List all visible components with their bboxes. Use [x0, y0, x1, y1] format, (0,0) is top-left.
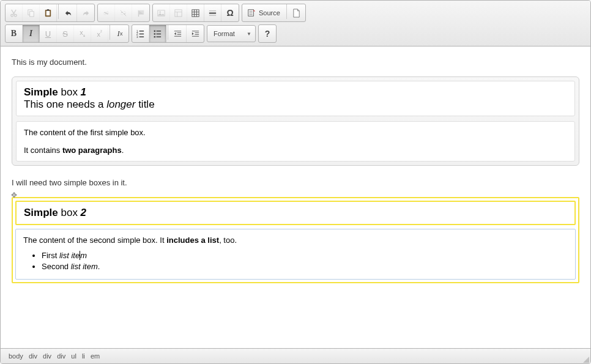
unlink-button[interactable] [115, 4, 132, 21]
paste-button[interactable] [40, 4, 57, 21]
indent-button[interactable] [187, 25, 204, 42]
resize-handle-icon[interactable] [583, 357, 589, 363]
source-label: Source [259, 9, 280, 17]
svg-point-1 [14, 14, 17, 17]
specialchar-button[interactable]: Ω [221, 4, 239, 21]
box2-p1: The content of the second simple box. It… [23, 236, 568, 245]
svg-rect-5 [46, 10, 50, 15]
svg-point-0 [11, 14, 13, 17]
svg-rect-6 [47, 9, 50, 10]
box1-p1: The content of the first simple box. [24, 128, 567, 137]
simple-box-1-body[interactable]: The content of the first simple box. It … [16, 121, 575, 162]
toolbar-row-1: Ω Source [5, 4, 586, 22]
numbered-list-button[interactable]: 123 [132, 25, 149, 42]
svg-rect-3 [30, 11, 34, 16]
list-item: Second list item. [42, 262, 568, 271]
svg-rect-14 [192, 9, 199, 16]
image-button[interactable] [153, 4, 170, 21]
cut-button[interactable] [6, 4, 23, 21]
intro-text-1[interactable]: This is my document. [12, 58, 579, 67]
anchor-button[interactable] [132, 4, 149, 21]
simple-box-2-body[interactable]: The content of the second simple box. It… [15, 229, 576, 280]
help-button[interactable]: ? [259, 25, 276, 42]
box2-list: First list item Second list item. [23, 251, 568, 271]
elements-path[interactable]: body div div div ul li em [7, 352, 102, 360]
subscript-button[interactable]: x₂ [74, 25, 91, 42]
svg-point-32 [154, 30, 156, 32]
intro-text-2[interactable]: I will need two simple boxes in it. [12, 178, 579, 187]
source-button[interactable]: Source [242, 4, 285, 21]
bold-button[interactable]: B [6, 25, 23, 42]
simple-box-2-title[interactable]: Simple box 2 [15, 201, 576, 225]
path-segment[interactable]: li [80, 352, 87, 360]
editor-frame: Ω Source B I U S x₂ x² Ix [0, 0, 591, 364]
simple-box-1[interactable]: Simple box 1 This one needs a longer tit… [12, 76, 579, 166]
superscript-button[interactable]: x² [91, 25, 108, 42]
link-button[interactable] [98, 4, 115, 21]
path-segment[interactable]: div [41, 352, 53, 360]
undo-button[interactable] [60, 4, 77, 21]
path-segment[interactable]: div [55, 352, 67, 360]
removeformat-button[interactable]: Ix [111, 25, 128, 42]
list-item: First list item [42, 251, 568, 260]
newpage-button[interactable] [288, 4, 305, 21]
underline-button[interactable]: U [40, 25, 57, 42]
format-label: Format [214, 30, 235, 37]
path-segment[interactable]: body [7, 352, 25, 360]
path-segment[interactable]: div [27, 352, 39, 360]
bullet-list-button[interactable] [149, 25, 166, 42]
svg-rect-11 [175, 9, 182, 16]
table-button[interactable] [187, 4, 204, 21]
redo-button[interactable] [77, 4, 94, 21]
chevron-down-icon: ▼ [247, 31, 251, 37]
strike-button[interactable]: S [57, 25, 74, 42]
toolbar-area: Ω Source B I U S x₂ x² Ix [1, 1, 590, 46]
italic-button[interactable]: I [23, 25, 40, 42]
outdent-button[interactable] [169, 25, 187, 42]
svg-point-33 [154, 33, 156, 35]
simple-box-1-title[interactable]: Simple box 1 This one needs a longer tit… [16, 81, 575, 116]
doc-button[interactable] [170, 4, 187, 21]
status-bar: body div div div ul li em [1, 348, 590, 363]
toolbar-row-2: B I U S x₂ x² Ix 123 Format ▼ ? [5, 24, 586, 43]
drag-handle-icon[interactable]: ✥ [11, 191, 20, 199]
svg-text:3: 3 [136, 35, 138, 39]
format-dropdown[interactable]: Format ▼ [207, 25, 256, 42]
path-segment[interactable]: em [89, 352, 102, 360]
content-area[interactable]: This is my document. Simple box 1 This o… [1, 49, 590, 348]
path-segment[interactable]: ul [69, 352, 78, 360]
source-icon [247, 9, 256, 17]
hr-button[interactable] [204, 4, 221, 21]
simple-box-2[interactable]: ✥ Simple box 2 The content of the second… [12, 197, 579, 283]
svg-rect-8 [138, 14, 138, 17]
svg-point-10 [159, 11, 160, 12]
copy-button[interactable] [23, 4, 40, 21]
content-wrap: This is my document. Simple box 1 This o… [1, 49, 590, 348]
box1-p2: It contains two paragraphs. [24, 146, 567, 155]
svg-point-34 [154, 35, 156, 37]
